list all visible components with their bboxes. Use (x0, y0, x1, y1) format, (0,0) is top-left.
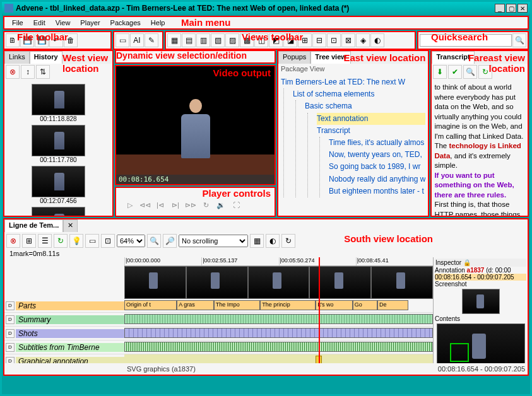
fullscreen-icon[interactable]: ⛶ (230, 199, 242, 211)
tab-close-icon[interactable]: ✕ (63, 219, 78, 232)
undo-icon[interactable]: ↶ (49, 33, 63, 47)
tree-line[interactable]: Nobody really did anything w (329, 173, 425, 185)
menu-help[interactable]: Help (146, 18, 170, 28)
tab-links[interactable]: Links (4, 51, 30, 64)
close-button[interactable]: ✕ (517, 4, 528, 13)
zoom-out-icon[interactable]: 🔍 (147, 234, 161, 248)
transcript-save-icon[interactable]: ⬇ (433, 65, 447, 79)
tl-close-icon[interactable]: ⊗ (6, 234, 20, 248)
track-label-shots[interactable]: Shots (16, 329, 124, 338)
view-btn-14[interactable]: ◈ (356, 33, 370, 47)
view-btn-6[interactable]: ▩ (240, 33, 254, 47)
track-toggle[interactable]: D (6, 343, 15, 352)
view-btn-12[interactable]: ⊡ (327, 33, 341, 47)
prev-icon[interactable]: |⊲ (154, 199, 167, 211)
track-toggle[interactable]: D (6, 301, 15, 310)
tab-timeline[interactable]: Ligne de Tem... (4, 219, 63, 232)
transcript-check-icon[interactable]: ✔ (448, 65, 462, 79)
view-btn-9[interactable]: ◪ (283, 33, 297, 47)
volume-icon[interactable]: 🔉 (215, 199, 227, 211)
segment[interactable]: De (377, 300, 408, 310)
track-summary[interactable] (124, 313, 433, 327)
tl-bulb-icon[interactable]: 💡 (69, 234, 83, 248)
segment[interactable]: Go (353, 300, 377, 310)
track-subtitles[interactable] (124, 341, 433, 354)
history-list[interactable]: 00:11:18.828 00:11:17.780 00:12:07.456 0… (4, 80, 112, 216)
tl-btn-7[interactable]: ↻ (281, 234, 295, 248)
quicksearch-input[interactable] (420, 34, 512, 47)
tl-btn-6[interactable]: ◐ (266, 234, 280, 248)
maximize-button[interactable]: ▢ (506, 4, 516, 13)
save-icon[interactable]: 💾 (20, 33, 34, 47)
view-btn-11[interactable]: ⊟ (312, 33, 326, 47)
history-nav-icon[interactable]: ↕ (21, 65, 35, 79)
track-toggle[interactable]: D (6, 357, 15, 364)
tree-text-annotation[interactable]: Text annotation (317, 113, 425, 125)
view-btn-7[interactable]: ◫ (254, 33, 268, 47)
menu-view[interactable]: View (50, 18, 76, 28)
history-close-icon[interactable]: ⊗ (6, 65, 20, 79)
view-btn-8[interactable]: ◩ (269, 33, 283, 47)
tl-btn-5[interactable]: ▦ (250, 234, 264, 248)
track-graphical[interactable] (124, 354, 433, 363)
playhead[interactable] (319, 257, 320, 363)
segment[interactable]: The princip (260, 300, 316, 310)
track-label-subtitles[interactable]: Subtitles from TimBerne (16, 343, 124, 352)
segment[interactable]: The Impo (214, 300, 260, 310)
video-output[interactable]: Video output 00:08:16.654 (115, 65, 276, 185)
zoom-select[interactable]: 64% (117, 235, 145, 247)
tab-popups[interactable]: Popups (278, 51, 310, 64)
view-btn-15[interactable]: ◐ (370, 33, 384, 47)
track-label-graphical[interactable]: Graphical annotation (16, 357, 124, 364)
scroll-select[interactable]: No scrolling (179, 235, 248, 247)
loop-icon[interactable]: ↻ (199, 199, 212, 211)
prev-frame-icon[interactable]: ⊲⊲ (139, 199, 151, 211)
tree-transcript[interactable]: Transcript (317, 125, 425, 137)
view-btn-2[interactable]: ▤ (182, 33, 196, 47)
track-shots[interactable] (124, 327, 433, 341)
tl-btn-1[interactable]: ⊞ (22, 234, 36, 248)
history-sort-icon[interactable]: ⇅ (36, 65, 50, 79)
menu-file[interactable]: File (7, 18, 28, 28)
timeline-content[interactable]: |00:00:00.000|00:02:55.137|00:05:50.274|… (124, 257, 433, 363)
tab-transcript[interactable]: Transcript (432, 51, 474, 64)
next-icon[interactable]: ⊳| (169, 199, 182, 211)
segment[interactable]: A gras (177, 300, 214, 310)
menu-packages[interactable]: Packages (105, 18, 146, 28)
tree-root[interactable]: Tim Berners-Lee at TED: The next W (281, 76, 425, 88)
tl-btn-2[interactable]: ☰ (38, 234, 52, 248)
transcript-text[interactable]: to think of about a world where everybod… (432, 80, 528, 216)
track-toggle[interactable]: D (6, 329, 15, 338)
view-btn-1[interactable]: ▦ (167, 33, 181, 47)
tree-basic-schema[interactable]: Basic schema (305, 100, 425, 112)
tree-line[interactable]: Now, twenty years on, TED, (329, 149, 425, 161)
track-label-parts[interactable]: Parts (16, 301, 124, 310)
view-btn-5[interactable]: ▨ (225, 33, 239, 47)
tree-line[interactable]: But eighteen months later - t (329, 185, 425, 197)
track-parts[interactable]: Origin of t A gras The Impo The princip … (124, 299, 433, 313)
tree-schema-list[interactable]: List of schema elements (293, 88, 425, 100)
inspector-lock-icon[interactable]: 🔒 (463, 259, 471, 266)
segment[interactable]: Origin of t (124, 300, 177, 310)
menu-player[interactable]: Player (75, 18, 105, 28)
tl-btn-4[interactable]: ⊡ (101, 234, 115, 248)
track-toggle[interactable]: D (6, 315, 15, 324)
view-btn-13[interactable]: ⊠ (341, 33, 355, 47)
tree-line[interactable]: Time flies, it's actually almos (329, 137, 425, 149)
minimize-button[interactable]: _ (495, 4, 505, 13)
tab-treeview[interactable]: Tree view (310, 51, 351, 64)
next-frame-icon[interactable]: ⊳⊳ (184, 199, 197, 211)
menu-edit[interactable]: Edit (28, 18, 50, 28)
view-btn-10[interactable]: ⊞ (298, 33, 312, 47)
play-icon[interactable]: ▷ (124, 199, 136, 211)
select-icon[interactable]: ▭ (115, 33, 129, 47)
search-icon[interactable]: 🔍 (512, 33, 526, 47)
tree-view[interactable]: Tim Berners-Lee at TED: The next W List … (278, 74, 428, 216)
view-btn-3[interactable]: ▥ (196, 33, 210, 47)
new-icon[interactable]: 🗎 (6, 33, 20, 47)
save-as-icon[interactable]: 💾 (35, 33, 49, 47)
text-icon[interactable]: AI (130, 33, 144, 47)
trash-icon[interactable]: 🗑 (64, 33, 78, 47)
view-btn-4[interactable]: ▧ (211, 33, 225, 47)
segment[interactable]: It's wo (316, 300, 353, 310)
